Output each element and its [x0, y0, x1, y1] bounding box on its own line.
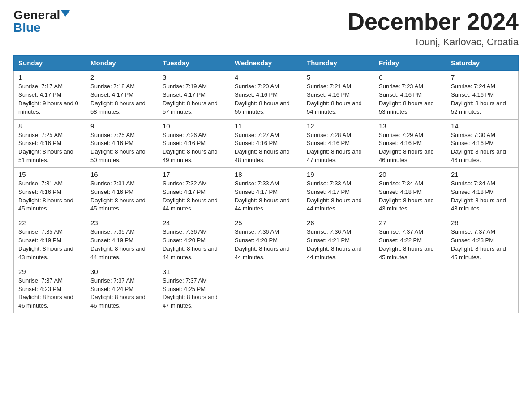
week-row-4: 22Sunrise: 7:35 AMSunset: 4:19 PMDayligh… [14, 216, 519, 265]
day-cell-9: 9Sunrise: 7:25 AMSunset: 4:16 PMDaylight… [86, 119, 158, 167]
day-number: 25 [235, 219, 297, 227]
day-cell-11: 11Sunrise: 7:27 AMSunset: 4:16 PMDayligh… [230, 119, 302, 167]
day-cell-31: 31Sunrise: 7:37 AMSunset: 4:25 PMDayligh… [158, 265, 230, 313]
day-info: Sunrise: 7:37 AMSunset: 4:25 PMDaylight:… [163, 277, 225, 310]
day-info: Sunrise: 7:32 AMSunset: 4:17 PMDaylight:… [163, 180, 225, 213]
day-number: 24 [163, 219, 225, 227]
day-info: Sunrise: 7:24 AMSunset: 4:16 PMDaylight:… [451, 82, 514, 116]
day-info: Sunrise: 7:37 AMSunset: 4:24 PMDaylight:… [90, 277, 153, 310]
day-number: 31 [163, 268, 225, 275]
day-cell-1: 1Sunrise: 7:17 AMSunset: 4:17 PMDaylight… [14, 71, 86, 119]
day-cell-10: 10Sunrise: 7:26 AMSunset: 4:16 PMDayligh… [158, 119, 230, 167]
weekday-header-wednesday: Wednesday [230, 56, 302, 71]
page-header: General Blue December 2024 Tounj, Karlov… [13, 9, 519, 48]
day-info: Sunrise: 7:27 AMSunset: 4:16 PMDaylight:… [235, 131, 297, 165]
logo-general-text: General [13, 9, 60, 21]
day-cell-6: 6Sunrise: 7:23 AMSunset: 4:16 PMDaylight… [374, 71, 446, 119]
empty-cell-w5-d6 [374, 265, 446, 313]
day-cell-8: 8Sunrise: 7:25 AMSunset: 4:16 PMDaylight… [14, 119, 86, 167]
week-row-2: 8Sunrise: 7:25 AMSunset: 4:16 PMDaylight… [14, 119, 519, 167]
day-info: Sunrise: 7:33 AMSunset: 4:17 PMDaylight:… [307, 180, 369, 213]
day-number: 12 [307, 122, 369, 130]
day-cell-19: 19Sunrise: 7:33 AMSunset: 4:17 PMDayligh… [302, 167, 374, 216]
weekday-header-friday: Friday [374, 56, 446, 71]
weekday-header-row: SundayMondayTuesdayWednesdayThursdayFrid… [14, 56, 519, 71]
day-number: 9 [90, 122, 153, 130]
day-info: Sunrise: 7:25 AMSunset: 4:16 PMDaylight:… [18, 131, 81, 165]
day-info: Sunrise: 7:25 AMSunset: 4:16 PMDaylight:… [90, 131, 153, 165]
day-number: 2 [90, 73, 153, 81]
day-cell-23: 23Sunrise: 7:35 AMSunset: 4:19 PMDayligh… [86, 216, 158, 265]
day-number: 17 [163, 171, 225, 178]
day-cell-12: 12Sunrise: 7:28 AMSunset: 4:16 PMDayligh… [302, 119, 374, 167]
day-info: Sunrise: 7:37 AMSunset: 4:23 PMDaylight:… [18, 277, 81, 310]
day-cell-18: 18Sunrise: 7:33 AMSunset: 4:17 PMDayligh… [230, 167, 302, 216]
day-number: 1 [18, 73, 81, 81]
logo-triangle-icon [61, 10, 70, 17]
day-info: Sunrise: 7:19 AMSunset: 4:17 PMDaylight:… [163, 82, 225, 116]
day-number: 22 [18, 219, 81, 227]
calendar-table: SundayMondayTuesdayWednesdayThursdayFrid… [13, 55, 519, 313]
day-number: 13 [379, 122, 442, 130]
day-info: Sunrise: 7:34 AMSunset: 4:18 PMDaylight:… [379, 180, 442, 213]
day-info: Sunrise: 7:17 AMSunset: 4:17 PMDaylight:… [18, 82, 81, 116]
day-number: 20 [379, 171, 442, 178]
day-cell-22: 22Sunrise: 7:35 AMSunset: 4:19 PMDayligh… [14, 216, 86, 265]
week-row-5: 29Sunrise: 7:37 AMSunset: 4:23 PMDayligh… [14, 265, 519, 313]
day-cell-13: 13Sunrise: 7:29 AMSunset: 4:16 PMDayligh… [374, 119, 446, 167]
empty-cell-w5-d5 [302, 265, 374, 313]
day-info: Sunrise: 7:31 AMSunset: 4:16 PMDaylight:… [90, 180, 153, 213]
day-cell-30: 30Sunrise: 7:37 AMSunset: 4:24 PMDayligh… [86, 265, 158, 313]
day-info: Sunrise: 7:37 AMSunset: 4:22 PMDaylight:… [379, 228, 442, 261]
day-number: 27 [379, 219, 442, 227]
empty-cell-w5-d4 [230, 265, 302, 313]
day-info: Sunrise: 7:35 AMSunset: 4:19 PMDaylight:… [18, 228, 81, 261]
location-text: Tounj, Karlovac, Croatia [348, 36, 519, 48]
logo-blue-text: Blue [13, 21, 41, 34]
logo: General Blue [13, 9, 70, 34]
day-cell-5: 5Sunrise: 7:21 AMSunset: 4:16 PMDaylight… [302, 71, 374, 119]
day-cell-26: 26Sunrise: 7:36 AMSunset: 4:21 PMDayligh… [302, 216, 374, 265]
day-number: 14 [451, 122, 514, 130]
weekday-header-tuesday: Tuesday [158, 56, 230, 71]
day-info: Sunrise: 7:37 AMSunset: 4:23 PMDaylight:… [451, 228, 514, 261]
day-number: 15 [18, 171, 81, 178]
day-cell-15: 15Sunrise: 7:31 AMSunset: 4:16 PMDayligh… [14, 167, 86, 216]
day-info: Sunrise: 7:36 AMSunset: 4:20 PMDaylight:… [163, 228, 225, 261]
day-number: 26 [307, 219, 369, 227]
day-cell-14: 14Sunrise: 7:30 AMSunset: 4:16 PMDayligh… [446, 119, 519, 167]
day-cell-24: 24Sunrise: 7:36 AMSunset: 4:20 PMDayligh… [158, 216, 230, 265]
day-info: Sunrise: 7:35 AMSunset: 4:19 PMDaylight:… [90, 228, 153, 261]
day-cell-28: 28Sunrise: 7:37 AMSunset: 4:23 PMDayligh… [446, 216, 519, 265]
day-cell-4: 4Sunrise: 7:20 AMSunset: 4:16 PMDaylight… [230, 71, 302, 119]
day-number: 29 [18, 268, 81, 275]
day-info: Sunrise: 7:34 AMSunset: 4:18 PMDaylight:… [451, 180, 514, 213]
day-number: 7 [451, 73, 514, 81]
day-info: Sunrise: 7:20 AMSunset: 4:16 PMDaylight:… [235, 82, 297, 116]
day-info: Sunrise: 7:30 AMSunset: 4:16 PMDaylight:… [451, 131, 514, 165]
day-cell-27: 27Sunrise: 7:37 AMSunset: 4:22 PMDayligh… [374, 216, 446, 265]
day-number: 23 [90, 219, 153, 227]
day-number: 28 [451, 219, 514, 227]
day-number: 4 [235, 73, 297, 81]
weekday-header-sunday: Sunday [14, 56, 86, 71]
day-cell-2: 2Sunrise: 7:18 AMSunset: 4:17 PMDaylight… [86, 71, 158, 119]
day-cell-3: 3Sunrise: 7:19 AMSunset: 4:17 PMDaylight… [158, 71, 230, 119]
day-info: Sunrise: 7:21 AMSunset: 4:16 PMDaylight:… [307, 82, 369, 116]
day-info: Sunrise: 7:36 AMSunset: 4:21 PMDaylight:… [307, 228, 369, 261]
day-cell-21: 21Sunrise: 7:34 AMSunset: 4:18 PMDayligh… [446, 167, 519, 216]
weekday-header-thursday: Thursday [302, 56, 374, 71]
day-info: Sunrise: 7:33 AMSunset: 4:17 PMDaylight:… [235, 180, 297, 213]
day-number: 16 [90, 171, 153, 178]
day-number: 18 [235, 171, 297, 178]
day-info: Sunrise: 7:29 AMSunset: 4:16 PMDaylight:… [379, 131, 442, 165]
month-title: December 2024 [348, 9, 519, 34]
day-cell-25: 25Sunrise: 7:36 AMSunset: 4:20 PMDayligh… [230, 216, 302, 265]
day-info: Sunrise: 7:23 AMSunset: 4:16 PMDaylight:… [379, 82, 442, 116]
day-info: Sunrise: 7:26 AMSunset: 4:16 PMDaylight:… [163, 131, 225, 165]
day-cell-16: 16Sunrise: 7:31 AMSunset: 4:16 PMDayligh… [86, 167, 158, 216]
day-number: 3 [163, 73, 225, 81]
weekday-header-saturday: Saturday [446, 56, 519, 71]
day-cell-17: 17Sunrise: 7:32 AMSunset: 4:17 PMDayligh… [158, 167, 230, 216]
week-row-1: 1Sunrise: 7:17 AMSunset: 4:17 PMDaylight… [14, 71, 519, 119]
